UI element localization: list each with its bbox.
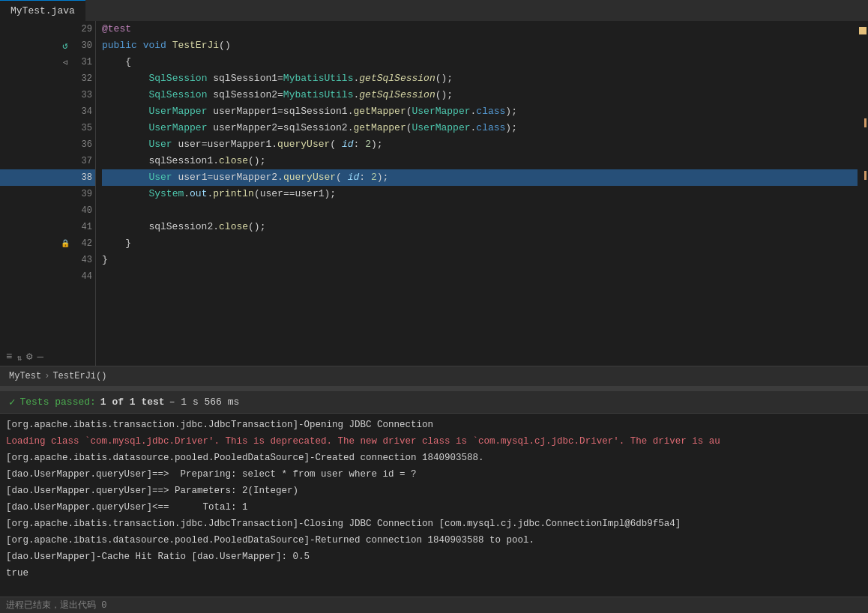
code-line-41: sqlSession2.close(); bbox=[102, 219, 858, 235]
editor-container: MyTest.java 29 ↺ 30 ◁ 31 32 bbox=[0, 0, 868, 613]
terminal-output: [org.apache.ibatis.transaction.jdbc.Jdbc… bbox=[0, 414, 868, 597]
line-gutter: 29 ↺ 30 ◁ 31 32 33 34 bbox=[0, 21, 96, 366]
gutter-space-36 bbox=[59, 139, 71, 151]
breadcrumb-bar: MyTest › TestErJi() bbox=[0, 366, 868, 387]
code-line-39: System.out.println(user==user1); bbox=[102, 186, 858, 202]
term-line-1: Loading class `com.mysql.jdbc.Driver'. T… bbox=[6, 433, 862, 450]
line-num-37: 37 bbox=[74, 156, 92, 166]
code-line-30: public void TestErJi() bbox=[102, 37, 858, 54]
code-line-40 bbox=[102, 202, 858, 219]
gutter-space-40 bbox=[59, 205, 71, 217]
scrollbar-marker-mid2 bbox=[864, 171, 867, 180]
line-row-40: 40 bbox=[0, 202, 95, 219]
term-line-5: [dao.UserMapper.queryUser]<== Total: 1 bbox=[6, 499, 862, 516]
line-num-41: 41 bbox=[74, 222, 92, 232]
line-num-39: 39 bbox=[74, 189, 92, 199]
run-icon-30[interactable]: ↺ bbox=[59, 40, 71, 52]
breadcrumb-method: TestErJi() bbox=[52, 371, 106, 381]
line-row-37: 37 bbox=[0, 153, 95, 169]
line-num-29: 29 bbox=[74, 24, 92, 34]
gutter-space-33 bbox=[59, 89, 71, 101]
sort-icon[interactable]: ⇅ bbox=[16, 353, 22, 363]
test-count: 1 of 1 test bbox=[100, 396, 165, 408]
term-line-2: [org.apache.ibatis.datasource.pooled.Poo… bbox=[6, 450, 862, 466]
scrollbar-marker-mid1 bbox=[864, 118, 867, 127]
line-num-36: 36 bbox=[74, 139, 92, 150]
test-status-label: Tests passed: bbox=[19, 396, 95, 408]
test-passed-badge: ✓ Tests passed: 1 of 1 test – 1 s 566 ms bbox=[9, 396, 239, 408]
line-num-34: 34 bbox=[74, 106, 92, 117]
gutter-space-29 bbox=[59, 23, 71, 35]
line-num-32: 32 bbox=[74, 73, 92, 84]
line-num-43: 43 bbox=[74, 255, 92, 265]
code-line-44 bbox=[102, 268, 858, 285]
code-line-36: User user=userMapper1.queryUser( id: 2); bbox=[102, 136, 858, 153]
terminal-area: ✓ Tests passed: 1 of 1 test – 1 s 566 ms… bbox=[0, 391, 868, 613]
line-num-33: 33 bbox=[74, 90, 92, 100]
term-line-9: true bbox=[6, 565, 862, 582]
gutter-space-35 bbox=[59, 122, 71, 134]
list-icon[interactable]: ≡ bbox=[6, 351, 12, 363]
line-row-32: 32 bbox=[0, 70, 95, 87]
gutter-space-44 bbox=[59, 271, 71, 283]
gutter-space-34 bbox=[59, 106, 71, 118]
code-line-42: } bbox=[102, 235, 858, 252]
gutter-space-32 bbox=[59, 73, 71, 85]
tab-label: MyTest.java bbox=[10, 5, 75, 16]
code-line-38: User user1=userMapper2.queryUser( id: 2)… bbox=[102, 169, 858, 186]
gutter-space-38 bbox=[59, 172, 71, 184]
line-row-29: 29 bbox=[0, 21, 95, 37]
line-row-42: 🔒 42 bbox=[0, 235, 95, 252]
lock-icon-42: 🔒 bbox=[59, 238, 71, 250]
term-line-0: [org.apache.ibatis.transaction.jdbc.Jdbc… bbox=[6, 417, 862, 433]
term-line-7: [org.apache.ibatis.datasource.pooled.Poo… bbox=[6, 532, 862, 549]
gutter-space-37 bbox=[59, 155, 71, 167]
check-icon: ✓ bbox=[9, 396, 15, 408]
code-line-33: SqlSession sqlSession2=MybatisUtils.getS… bbox=[102, 87, 858, 103]
test-time: – 1 s 566 ms bbox=[169, 396, 240, 408]
line-row-39: 39 bbox=[0, 186, 95, 202]
line-num-42: 42 bbox=[74, 238, 92, 249]
terminal-header: ✓ Tests passed: 1 of 1 test – 1 s 566 ms bbox=[0, 391, 868, 414]
line-row-31: ◁ 31 bbox=[0, 54, 95, 70]
line-row-30: ↺ 30 bbox=[0, 37, 95, 54]
line-num-44: 44 bbox=[74, 271, 92, 282]
gutter-space-41 bbox=[59, 221, 71, 233]
code-line-31: { bbox=[102, 54, 858, 70]
term-line-4: [dao.UserMapper.queryUser]==> Parameters… bbox=[6, 483, 862, 499]
status-bar-text: 进程已结束，退出代码 0 bbox=[6, 599, 106, 612]
gutter-arrow-31: ◁ bbox=[59, 56, 71, 68]
breadcrumb-separator: › bbox=[44, 371, 49, 381]
code-line-32: SqlSession sqlSession1=MybatisUtils.getS… bbox=[102, 70, 858, 87]
line-num-38: 38 bbox=[74, 172, 92, 183]
code-line-43: } bbox=[102, 252, 858, 268]
line-num-35: 35 bbox=[74, 123, 92, 133]
line-num-31: 31 bbox=[74, 57, 92, 67]
term-line-3: [dao.UserMapper.queryUser]==> Preparing:… bbox=[6, 466, 862, 483]
line-row-33: 33 bbox=[0, 87, 95, 103]
gutter-space-39 bbox=[59, 188, 71, 200]
gutter-bottom-actions: ≡ ⇅ ⚙ — bbox=[0, 285, 95, 366]
line-row-41: 41 bbox=[0, 219, 95, 235]
active-tab[interactable]: MyTest.java bbox=[0, 0, 85, 21]
editor-scrollbar[interactable] bbox=[858, 21, 868, 366]
term-line-6: [org.apache.ibatis.transaction.jdbc.Jdbc… bbox=[6, 516, 862, 532]
line-row-36: 36 bbox=[0, 136, 95, 153]
line-num-30: 30 bbox=[74, 40, 92, 51]
line-row-44: 44 bbox=[0, 268, 95, 285]
settings-icon[interactable]: ⚙ bbox=[26, 350, 32, 363]
code-line-34: UserMapper userMapper1=sqlSession1.getMa… bbox=[102, 103, 858, 120]
minus-icon[interactable]: — bbox=[37, 351, 43, 363]
term-line-8: [dao.UserMapper]-Cache Hit Ratio [dao.Us… bbox=[6, 549, 862, 565]
line-row-38: 38 bbox=[0, 169, 95, 186]
editor-main: 29 ↺ 30 ◁ 31 32 33 34 bbox=[0, 21, 868, 366]
code-line-35: UserMapper userMapper2=sqlSession2.getMa… bbox=[102, 120, 858, 136]
breadcrumb-path: MyTest bbox=[9, 371, 41, 381]
code-editor[interactable]: @test public void TestErJi() { SqlSessio… bbox=[96, 21, 858, 366]
code-line-37: sqlSession1.close(); bbox=[102, 153, 858, 169]
line-row-34: 34 bbox=[0, 103, 95, 120]
tab-area: MyTest.java bbox=[0, 0, 868, 21]
status-bar: 进程已结束，退出代码 0 bbox=[0, 597, 868, 613]
gutter-space-43 bbox=[59, 254, 71, 266]
line-row-35: 35 bbox=[0, 120, 95, 136]
